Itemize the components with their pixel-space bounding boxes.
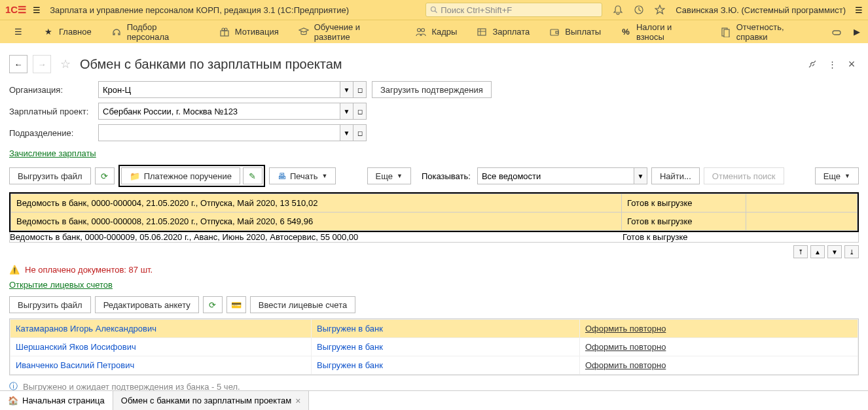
- payment-order-button[interactable]: 📁 Платежное поручение: [121, 167, 240, 184]
- show-input[interactable]: [477, 167, 634, 184]
- close-icon[interactable]: ×: [844, 57, 859, 71]
- back-button[interactable]: ←: [9, 55, 27, 73]
- accounts-table[interactable]: Катамаранов Игорь АлександровичВыгружен …: [9, 318, 859, 375]
- org-input[interactable]: [98, 81, 340, 98]
- person-status[interactable]: Выгружен в банк: [312, 356, 580, 375]
- show-combo[interactable]: ▼: [477, 167, 647, 184]
- app-logo: 1C☰: [5, 4, 26, 16]
- open-accounts-link[interactable]: Открытие лицевых счетов: [9, 280, 113, 290]
- nav-payments[interactable]: Выплаты: [540, 20, 610, 44]
- svg-point-5: [222, 28, 225, 31]
- project-input[interactable]: [98, 103, 340, 120]
- title-bar: 1C☰ ☰ Зарплата и управление персоналом К…: [0, 0, 868, 20]
- search-placeholder: Поиск Ctrl+Shift+F: [441, 5, 512, 15]
- org-combo[interactable]: ▼ ◻: [98, 81, 367, 98]
- salary-credit-link[interactable]: Зачисление зарплаты: [9, 148, 96, 158]
- window-options-icon[interactable]: ☰: [855, 5, 863, 15]
- nav-reports[interactable]: Отчетность, справки: [712, 20, 825, 44]
- highlighted-group: 📁 Платежное поручение ✎: [118, 165, 265, 187]
- dept-combo[interactable]: ▼ ◻: [98, 124, 367, 141]
- table-row[interactable]: Катамаранов Игорь АлександровичВыгружен …: [10, 320, 858, 338]
- statement-extra: [747, 232, 858, 242]
- export-file-button-2[interactable]: Выгрузить файл: [9, 296, 91, 313]
- open-icon[interactable]: ◻: [353, 81, 367, 98]
- headset-icon: [111, 27, 122, 37]
- nav-motivation[interactable]: Мотивация: [210, 20, 288, 44]
- table-row[interactable]: Ведомость в банк, 0000-000009, 05.06.202…: [10, 232, 858, 242]
- card-button[interactable]: 💳: [226, 296, 246, 313]
- card-icon: 💳: [231, 300, 242, 310]
- people-icon: [416, 27, 426, 37]
- nav-burger[interactable]: ☰: [4, 20, 33, 44]
- print-button[interactable]: 🖶 Печать ▼: [269, 167, 336, 184]
- refresh-button-2[interactable]: ⟳: [203, 296, 223, 313]
- person-action[interactable]: Оформить повторно: [580, 338, 858, 356]
- dept-input[interactable]: [98, 124, 340, 141]
- tab-exchange[interactable]: Обмен с банками по зарплатным проектам ×: [113, 391, 310, 410]
- page-first-icon[interactable]: ⤒: [793, 245, 808, 258]
- star-icon[interactable]: [655, 5, 665, 15]
- table-row[interactable]: Ведомость в банк, 0000-000008, 21.05.202…: [11, 213, 858, 231]
- statement-desc: Ведомость в банк, 0000-000004, 21.05.202…: [11, 194, 622, 213]
- edit-button[interactable]: ✎: [243, 167, 262, 184]
- open-icon[interactable]: ◻: [353, 124, 367, 141]
- export-file-button[interactable]: Выгрузить файл: [9, 167, 91, 184]
- nav-scroll-right-icon[interactable]: ▶: [850, 20, 864, 44]
- statement-desc: Ведомость в банк, 0000-000009, 05.06.202…: [10, 232, 623, 242]
- page-last-icon[interactable]: ⤓: [844, 245, 859, 258]
- nav-extra-icon[interactable]: [826, 20, 847, 44]
- svg-rect-16: [833, 31, 841, 35]
- home-icon: 🏠: [8, 396, 18, 405]
- page-down-icon[interactable]: ▼: [827, 245, 842, 258]
- refresh-icon: ⟳: [101, 171, 108, 181]
- enter-accounts-button[interactable]: Ввести лицевые счета: [250, 296, 355, 313]
- chevron-down-icon[interactable]: ▼: [340, 124, 353, 141]
- person-action[interactable]: Оформить повторно: [580, 356, 858, 375]
- table-row[interactable]: Иванченко Василий ПетровичВыгружен в бан…: [10, 356, 858, 375]
- pager: ⤒ ▲ ▼ ⤓: [0, 243, 868, 261]
- person-name[interactable]: Катамаранов Игорь Александрович: [10, 320, 312, 338]
- nav-main[interactable]: ★Главное: [34, 20, 101, 44]
- table-row[interactable]: Шершанский Яков ИосифовичВыгружен в банк…: [10, 338, 858, 356]
- current-user[interactable]: Савинская З.Ю. (Системный программист): [676, 5, 846, 15]
- refresh-button[interactable]: ⟳: [95, 167, 115, 184]
- nav-training[interactable]: Обучение и развитие: [289, 20, 406, 44]
- close-icon[interactable]: ×: [295, 396, 300, 406]
- statements-table[interactable]: Ведомость в банк, 0000-000004, 21.05.202…: [9, 192, 859, 232]
- link-icon[interactable]: [805, 57, 820, 71]
- person-status[interactable]: Выгружен в банк: [312, 320, 580, 338]
- person-name[interactable]: Иванченко Василий Петрович: [10, 356, 312, 375]
- global-search[interactable]: Поиск Ctrl+Shift+F: [425, 3, 602, 17]
- more-button-2[interactable]: Еще▼: [815, 167, 859, 184]
- chevron-down-icon[interactable]: ▼: [340, 81, 353, 98]
- edit-profile-button[interactable]: Редактировать анкету: [95, 296, 199, 313]
- filters: Организация: ▼ ◻ Загрузить подтверждения…: [0, 78, 868, 148]
- tab-home[interactable]: 🏠 Начальная страница: [0, 391, 113, 410]
- person-name[interactable]: Шершанский Яков Иосифович: [10, 338, 312, 356]
- chevron-down-icon[interactable]: ▼: [340, 103, 353, 120]
- load-confirmations-button[interactable]: Загрузить подтверждения: [372, 81, 492, 98]
- page-up-icon[interactable]: ▲: [810, 245, 825, 258]
- project-combo[interactable]: ▼ ◻: [98, 103, 367, 120]
- favorite-star-icon[interactable]: ☆: [60, 57, 71, 71]
- chevron-down-icon[interactable]: ▼: [634, 167, 647, 184]
- more-button[interactable]: Еще▼: [367, 167, 411, 184]
- table-row[interactable]: Ведомость в банк, 0000-000004, 21.05.202…: [11, 194, 858, 213]
- nav-taxes[interactable]: %Налоги и взносы: [611, 20, 710, 44]
- table-icon: [477, 27, 487, 37]
- nav-hr[interactable]: Кадры: [407, 20, 466, 44]
- folder-icon: 📁: [130, 171, 140, 181]
- main-menu-icon[interactable]: ☰: [33, 5, 41, 15]
- kebab-icon[interactable]: ⋮: [825, 57, 839, 71]
- person-status[interactable]: Выгружен в банк: [312, 338, 580, 356]
- bell-icon[interactable]: [613, 5, 623, 15]
- find-button[interactable]: Найти...: [651, 167, 700, 184]
- history-icon[interactable]: [634, 5, 644, 15]
- show-label: Показывать:: [422, 171, 471, 181]
- svg-point-8: [422, 28, 425, 31]
- nav-recruit[interactable]: Подбор персонала: [102, 20, 209, 44]
- open-icon[interactable]: ◻: [353, 103, 367, 120]
- person-action[interactable]: Оформить повторно: [580, 320, 858, 338]
- svg-line-1: [435, 11, 437, 13]
- nav-salary[interactable]: Зарплата: [467, 20, 539, 44]
